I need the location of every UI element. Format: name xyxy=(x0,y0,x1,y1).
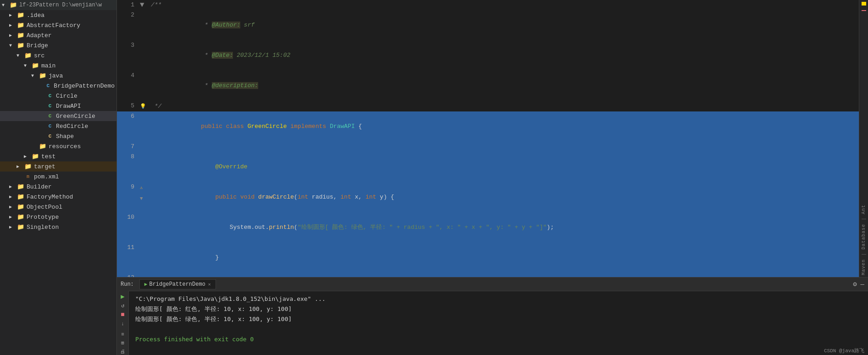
sidebar-item-bridge[interactable]: ▼ 📁 Bridge xyxy=(0,40,116,50)
folder-icon: 📁 xyxy=(17,22,25,29)
sidebar-item-resources[interactable]: 📁 resources xyxy=(0,141,116,151)
sidebar-item-label: Singleton xyxy=(27,224,59,231)
sidebar-item-target[interactable]: ▶ 📁 target xyxy=(0,161,116,172)
sidebar-item-factorymethod[interactable]: ▶ 📁 FactoryMethod xyxy=(0,192,116,202)
line-gutter xyxy=(140,111,149,142)
sidebar-item-main[interactable]: ▼ 📁 main xyxy=(0,61,116,71)
expand-arrow: ▼ xyxy=(9,43,17,48)
expand-arrow: ▼ xyxy=(24,63,31,68)
folder-icon: 📁 xyxy=(17,223,25,231)
code-lines: 1 ▼ /** 2 * @Author: srf xyxy=(117,0,859,277)
sidebar-item-drawapi[interactable]: C DrawAPI xyxy=(0,101,116,111)
line-number: 4 xyxy=(117,71,140,101)
folder-icon: 📁 xyxy=(17,42,25,49)
gutter-bulb-icon[interactable]: 💡 xyxy=(140,104,146,109)
line-gutter xyxy=(140,152,149,182)
sidebar-item-label: RedCircle xyxy=(56,123,88,130)
sidebar-item-label: pom.xml xyxy=(34,173,59,180)
file-tree[interactable]: ▼ 📁 lf-23Pattern D:\wenjian\workspac ▶ 📁… xyxy=(0,0,117,355)
sidebar-item-src[interactable]: ▼ 📁 src xyxy=(0,50,116,61)
stop-button[interactable]: ■ xyxy=(118,311,127,318)
expand-arrow: ▶ xyxy=(9,33,17,38)
print-button[interactable]: 🖨 xyxy=(118,348,127,355)
sidebar-item-label: resources xyxy=(49,143,81,150)
scroll-to-end-button[interactable]: ↓ xyxy=(118,320,127,327)
divider2 xyxy=(862,254,866,255)
sidebar-item-shape[interactable]: C Shape xyxy=(0,131,116,141)
run-tab-bridgepattern[interactable]: ▶ BridgePatternDemo ✕ xyxy=(139,279,216,289)
folder-icon: 📁 xyxy=(24,52,32,59)
line-number: 3 xyxy=(117,40,140,71)
line-content: * @Author: srf xyxy=(149,10,859,40)
minimap-marker xyxy=(862,2,866,6)
sidebar-item-test[interactable]: ▶ 📁 test xyxy=(0,151,116,161)
code-line-12: 12 xyxy=(117,273,859,277)
console-output: "C:\Program Files\Java\jdk1.8.0_152\bin\… xyxy=(130,291,868,355)
line-number: 2 xyxy=(117,10,140,40)
expand-arrow: ▶ xyxy=(9,12,17,18)
sidebar-item-label: target xyxy=(34,163,55,170)
folder-icon: 📁 xyxy=(17,203,25,211)
sidebar-item-root[interactable]: ▼ 📁 lf-23Pattern D:\wenjian\workspac xyxy=(0,0,116,10)
console-line-3: 绘制圆形[ 颜色: 绿色, 半径: 10, x: 100, y: 100] xyxy=(135,314,862,324)
folder-icon: 📁 xyxy=(31,153,39,160)
expand-arrow: ▶ xyxy=(9,194,17,200)
sidebar-item-adapter[interactable]: ▶ 📁 Adapter xyxy=(0,30,116,40)
line-number: 9 xyxy=(117,182,140,212)
run-label: Run: xyxy=(121,281,134,288)
sidebar-item-builder[interactable]: ▶ 📁 Builder xyxy=(0,182,116,192)
maven-label[interactable]: Maven xyxy=(861,259,866,275)
play-button[interactable]: ▶ xyxy=(118,293,127,300)
line-number: 5 xyxy=(117,101,140,111)
folder-icon: 📁 xyxy=(24,163,32,170)
sidebar-item-objectpool[interactable]: ▶ 📁 ObjectPool xyxy=(0,202,116,212)
expand-arrow: ▼ xyxy=(17,53,24,58)
run-status-icon: ▶ xyxy=(144,281,148,287)
divider xyxy=(862,219,866,219)
sidebar-item-bridgepattern[interactable]: C BridgePatternDemo xyxy=(0,81,116,91)
sidebar-item-singleton[interactable]: ▶ 📁 Singleton xyxy=(0,222,116,232)
settings-icon[interactable]: ⚙ xyxy=(853,280,857,288)
sidebar-item-label: FactoryMethod xyxy=(27,194,73,200)
code-editor[interactable]: 1 ▼ /** 2 * @Author: srf xyxy=(117,0,859,277)
rerun-button[interactable]: ↺ xyxy=(118,302,127,309)
sidebar-item-label: lf-23Pattern D:\wenjian\workspac xyxy=(19,2,102,8)
database-label[interactable]: Database xyxy=(861,224,866,250)
project-icon: 📁 xyxy=(9,1,17,9)
sidebar-item-greencircle[interactable]: C GreenCircle xyxy=(0,111,116,121)
sidebar-item-pom[interactable]: m pom.xml xyxy=(0,172,116,182)
bottom-panel: Run: ▶ BridgePatternDemo ✕ ⚙ — ▶ ↺ ■ xyxy=(117,277,868,355)
sidebar-item-circle[interactable]: C Circle xyxy=(0,91,116,101)
line-number: 8 xyxy=(117,152,140,182)
folder-icon: 📁 xyxy=(17,183,25,190)
code-line-1: 1 ▼ /** xyxy=(117,0,859,10)
line-number: 10 xyxy=(117,212,140,243)
sidebar-item-label: AbstractFactory xyxy=(27,22,80,29)
sidebar-item-prototype[interactable]: ▶ 📁 Prototype xyxy=(0,212,116,222)
java-class-green-icon: C xyxy=(46,113,54,119)
sidebar-item-redcircle[interactable]: C RedCircle xyxy=(0,121,116,131)
line-gutter xyxy=(140,212,149,243)
filter-button[interactable]: ≡ xyxy=(118,331,127,338)
ant-label[interactable]: Ant xyxy=(861,205,866,214)
java-abstract-icon: C xyxy=(46,133,54,139)
gutter-fold-icon[interactable]: ▼ xyxy=(140,196,143,201)
minimize-icon[interactable]: — xyxy=(861,281,864,288)
layout-button[interactable]: ⊞ xyxy=(118,339,127,346)
sidebar-item-idea[interactable]: ▶ 📁 .idea xyxy=(0,10,116,20)
sidebar-item-abstractfactory[interactable]: ▶ 📁 AbstractFactory xyxy=(0,20,116,30)
folder-icon: 📁 xyxy=(17,213,25,221)
csdn-watermark: CSDN @java路飞 xyxy=(824,347,864,354)
console-line-2: 绘制圆形[ 颜色: 红色, 半径: 10, x: 100, y: 100] xyxy=(135,304,862,314)
line-content xyxy=(149,273,859,277)
sidebar-item-java[interactable]: ▼ 📁 java xyxy=(0,71,116,81)
run-tab-close-button[interactable]: ✕ xyxy=(208,282,211,287)
run-controls: ▶ ↺ ■ ↓ ≡ ⊞ 🖨 xyxy=(117,291,129,355)
sidebar-item-label: Builder xyxy=(27,183,52,190)
sidebar-item-label: GreenCircle xyxy=(56,113,95,120)
code-line-4: 4 * @description: xyxy=(117,71,859,101)
code-line-11: 11 } xyxy=(117,243,859,273)
line-content: } xyxy=(149,243,859,273)
line-content xyxy=(149,142,859,152)
code-line-10: 10 System.out.println("绘制圆形[ 颜色: 绿色, 半径:… xyxy=(117,212,859,243)
